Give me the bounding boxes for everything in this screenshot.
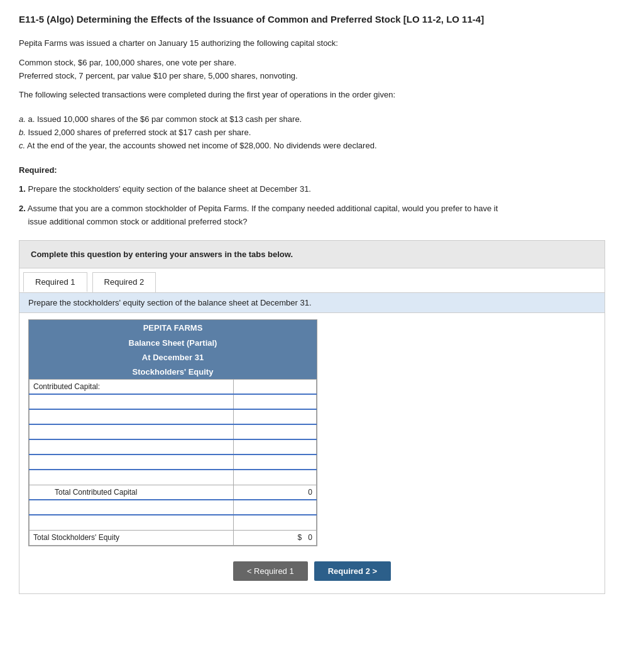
table-subtitle1: Balance Sheet (Partial) xyxy=(29,336,317,350)
transactions-intro: The following selected transactions were… xyxy=(19,89,605,102)
input-label-5[interactable] xyxy=(30,454,234,470)
input-field-label-2[interactable] xyxy=(33,412,229,421)
table-row xyxy=(30,424,317,439)
balance-sheet-table: PEPITA FARMS Balance Sheet (Partial) At … xyxy=(28,319,317,546)
nav-buttons: < Required 1 Required 2 > xyxy=(28,555,596,587)
total-equity-value: $ 0 xyxy=(233,530,316,545)
total-equity-currency: $ xyxy=(298,533,302,542)
page-title: E11-5 (Algo) Determining the Effects of … xyxy=(19,13,605,26)
extra-label-2[interactable] xyxy=(30,515,234,530)
tab-required-2[interactable]: Required 2 xyxy=(92,272,156,292)
table-row xyxy=(30,515,317,530)
extra-label-1[interactable] xyxy=(30,500,234,515)
transactions-list: a. a. Issued 10,000 shares of the $6 par… xyxy=(19,113,605,152)
input-field-label-6[interactable] xyxy=(33,473,229,482)
input-value-4[interactable] xyxy=(233,439,316,454)
input-value-1[interactable] xyxy=(233,394,316,409)
input-label-2[interactable] xyxy=(30,409,234,424)
required-item-1: 1. Prepare the stockholders' equity sect… xyxy=(19,183,605,196)
table-row xyxy=(30,394,317,409)
total-equity-amount: 0 xyxy=(308,533,312,542)
input-field-value-5[interactable] xyxy=(238,458,312,466)
total-equity-label: Total Stockholders' Equity xyxy=(30,530,234,545)
extra-field-value-2[interactable] xyxy=(238,519,312,527)
table-subtitle2: At December 31 xyxy=(29,350,317,365)
input-field-label-5[interactable] xyxy=(33,458,229,466)
extra-value-2[interactable] xyxy=(233,515,316,530)
required-section: Required: 1. Prepare the stockholders' e… xyxy=(19,164,605,229)
input-field-label-3[interactable] xyxy=(33,427,229,436)
input-value-3[interactable] xyxy=(233,424,316,439)
input-field-value-3[interactable] xyxy=(238,427,312,436)
extra-field-label-1[interactable] xyxy=(33,503,229,512)
prev-button[interactable]: < Required 1 xyxy=(233,561,308,581)
stock-lines: Common stock, $6 par, 100,000 shares, on… xyxy=(19,57,605,83)
input-field-value-6[interactable] xyxy=(238,473,312,482)
table-subtitle3: Stockholders' Equity xyxy=(29,365,317,379)
input-label-1[interactable] xyxy=(30,394,234,409)
tab-content-header: Prepare the stockholders' equity section… xyxy=(19,293,605,313)
input-label-4[interactable] xyxy=(30,439,234,454)
total-contributed-row: Total Contributed Capital 0 xyxy=(30,485,317,500)
balance-table: Contributed Capital: xyxy=(29,379,317,546)
contributed-capital-label: Contributed Capital: xyxy=(30,379,234,394)
input-value-5[interactable] xyxy=(233,454,316,470)
extra-field-value-1[interactable] xyxy=(238,503,312,512)
required-label: Required: xyxy=(19,164,605,177)
input-label-3[interactable] xyxy=(30,424,234,439)
required-item-2: 2. Assume that you are a common stockhol… xyxy=(19,202,605,229)
input-field-value-2[interactable] xyxy=(238,412,312,421)
input-field-label-4[interactable] xyxy=(33,443,229,451)
transaction-c: c. At the end of the year, the accounts … xyxy=(19,140,605,153)
table-company-name: PEPITA FARMS xyxy=(29,320,317,336)
input-value-6[interactable] xyxy=(233,470,316,485)
input-field-value-1[interactable] xyxy=(238,397,312,406)
tab-content-area: PEPITA FARMS Balance Sheet (Partial) At … xyxy=(19,313,605,593)
contributed-capital-row: Contributed Capital: xyxy=(30,379,317,394)
extra-value-1[interactable] xyxy=(233,500,316,515)
transaction-b: b. Issued 2,000 shares of preferred stoc… xyxy=(19,126,605,140)
table-row xyxy=(30,454,317,470)
input-label-6[interactable] xyxy=(30,470,234,485)
extra-field-label-2[interactable] xyxy=(33,519,229,527)
total-equity-row: Total Stockholders' Equity $ 0 xyxy=(30,530,317,545)
tabs-row: Required 1 Required 2 xyxy=(19,268,605,293)
stock-line-1: Common stock, $6 par, 100,000 shares, on… xyxy=(19,57,605,70)
transaction-a: a. a. Issued 10,000 shares of the $6 par… xyxy=(19,113,605,126)
total-contributed-value: 0 xyxy=(233,485,316,500)
table-row xyxy=(30,439,317,454)
input-field-value-4[interactable] xyxy=(238,443,312,451)
intro-text: Pepita Farms was issued a charter on Jan… xyxy=(19,37,605,50)
input-value-2[interactable] xyxy=(233,409,316,424)
tabs-container: Required 1 Required 2 Prepare the stockh… xyxy=(19,268,605,594)
instruction-box: Complete this question by entering your … xyxy=(19,240,605,268)
total-contributed-label: Total Contributed Capital xyxy=(30,485,234,500)
stock-line-2: Preferred stock, 7 percent, par value $1… xyxy=(19,70,605,83)
next-button[interactable]: Required 2 > xyxy=(314,561,391,581)
table-row xyxy=(30,409,317,424)
table-row xyxy=(30,500,317,515)
table-row xyxy=(30,470,317,485)
tab-required-1[interactable]: Required 1 xyxy=(23,272,87,292)
input-field-label-1[interactable] xyxy=(33,397,229,406)
contributed-capital-value xyxy=(233,379,316,394)
